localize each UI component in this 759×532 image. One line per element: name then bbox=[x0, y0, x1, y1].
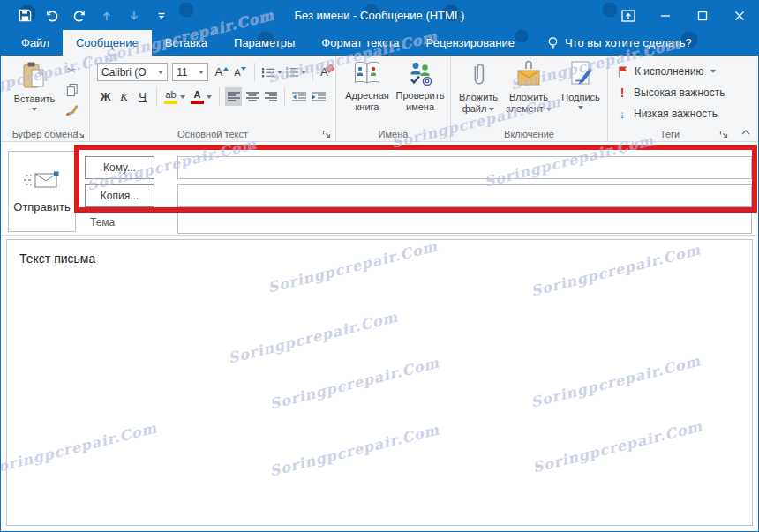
separator bbox=[254, 63, 255, 81]
subject-label: Тема bbox=[90, 216, 115, 229]
separator bbox=[219, 87, 220, 106]
low-importance-button[interactable]: ↓ Низкая важность bbox=[608, 104, 758, 124]
window-controls bbox=[610, 1, 758, 30]
undo-button[interactable] bbox=[42, 6, 62, 26]
arrow-down-icon bbox=[128, 10, 140, 22]
bullets-caret bbox=[277, 71, 282, 74]
font-size-value: 11 bbox=[177, 66, 195, 79]
numbered-list-icon bbox=[285, 66, 299, 79]
tab-format-text[interactable]: Формат текста bbox=[308, 30, 412, 56]
align-right-button[interactable] bbox=[262, 87, 279, 106]
chevron-up-icon bbox=[740, 128, 751, 136]
follow-up-label: К исполнению bbox=[635, 65, 704, 78]
to-input[interactable] bbox=[177, 156, 752, 179]
undo-icon bbox=[45, 9, 59, 23]
highlight-glyph: ab bbox=[165, 89, 176, 100]
text-highlight-button[interactable]: ab bbox=[162, 87, 187, 106]
format-painter-button[interactable] bbox=[63, 101, 80, 117]
attach-file-button[interactable]: Вложить файл bbox=[455, 60, 502, 115]
group-include: Вложить файл Вложить элемент Подпись Вкл… bbox=[451, 56, 608, 141]
attach-file-label-line1: Вложить bbox=[459, 92, 498, 103]
maximize-button[interactable] bbox=[684, 1, 721, 30]
clear-formatting-button[interactable]: A bbox=[319, 63, 335, 81]
shrink-font-arrow-icon bbox=[241, 67, 246, 71]
follow-up-button[interactable]: К исполнению bbox=[608, 62, 758, 81]
save-button[interactable] bbox=[15, 6, 34, 26]
shrink-font-glyph: A bbox=[234, 67, 240, 78]
customize-qat-button[interactable] bbox=[152, 6, 171, 26]
group-tags: К исполнению ! Высокая важность ↓ Низкая… bbox=[608, 56, 758, 141]
bullets-button[interactable] bbox=[260, 63, 283, 81]
redo-button[interactable] bbox=[70, 6, 89, 26]
indent-icon bbox=[312, 92, 326, 102]
quick-access-toolbar bbox=[1, 6, 171, 26]
clipboard-dialog-launcher[interactable] bbox=[75, 129, 85, 139]
move-down-button[interactable] bbox=[124, 6, 144, 26]
shrink-font-button[interactable]: A bbox=[232, 63, 249, 81]
subject-input[interactable] bbox=[177, 212, 752, 234]
close-button[interactable] bbox=[721, 1, 758, 30]
attach-item-label-line1: Вложить bbox=[509, 92, 548, 103]
italic-button[interactable]: К bbox=[116, 87, 132, 106]
tab-insert[interactable]: Вставка bbox=[152, 30, 221, 56]
tab-message[interactable]: Сообщение bbox=[63, 30, 152, 56]
send-button[interactable]: Отправить bbox=[8, 151, 76, 232]
cut-button[interactable]: ✂ bbox=[63, 63, 80, 79]
outlook-message-window: Без имени - Сообщение (HTML) bbox=[0, 0, 759, 532]
message-body-editor[interactable]: Текст письма bbox=[6, 239, 753, 526]
to-button[interactable]: Кому... bbox=[85, 156, 154, 179]
align-right-icon bbox=[265, 92, 277, 102]
signature-button[interactable]: Подпись bbox=[557, 60, 605, 109]
cc-input[interactable] bbox=[177, 184, 752, 207]
send-envelope-icon bbox=[24, 170, 61, 190]
basic-text-dialog-launcher[interactable] bbox=[321, 129, 331, 139]
high-importance-button[interactable]: ! Высокая важность bbox=[608, 83, 758, 102]
bold-button[interactable]: Ж bbox=[97, 87, 114, 106]
underline-button[interactable]: Ч bbox=[134, 87, 151, 106]
tab-file[interactable]: Файл bbox=[8, 30, 63, 56]
tags-group-label: Теги bbox=[608, 129, 732, 139]
tab-options[interactable]: Параметры bbox=[221, 30, 308, 56]
align-left-icon bbox=[228, 92, 240, 102]
include-group-label: Включение bbox=[451, 129, 607, 139]
tell-me-box[interactable]: Что вы хотите сделать? bbox=[547, 30, 692, 56]
attach-item-button[interactable]: Вложить элемент bbox=[502, 60, 555, 115]
check-names-label-line2: имена bbox=[406, 101, 434, 113]
attach-item-caret bbox=[546, 108, 552, 111]
send-label: Отправить bbox=[13, 200, 70, 214]
arrow-up-icon bbox=[101, 10, 113, 22]
attach-item-icon bbox=[515, 60, 543, 88]
address-book-button[interactable]: Адресная книга bbox=[341, 60, 394, 113]
cc-button[interactable]: Копия... bbox=[85, 184, 154, 207]
font-color-button[interactable]: А bbox=[189, 87, 214, 106]
tab-review[interactable]: Рецензирование bbox=[413, 30, 528, 56]
minimize-button[interactable] bbox=[647, 1, 684, 30]
check-names-label-line1: Проверить bbox=[395, 90, 444, 101]
collapse-ribbon-button[interactable] bbox=[739, 125, 753, 138]
paste-button[interactable]: Вставить bbox=[10, 61, 59, 111]
align-center-button[interactable] bbox=[244, 87, 260, 106]
grow-font-arrow-icon bbox=[223, 67, 229, 71]
paste-label: Вставить bbox=[14, 94, 56, 105]
ribbon-display-options-button[interactable] bbox=[610, 1, 647, 30]
move-up-button[interactable] bbox=[97, 6, 116, 26]
check-names-icon bbox=[406, 60, 434, 86]
font-size-combobox[interactable]: 11 bbox=[172, 63, 208, 81]
window-header: Без имени - Сообщение (HTML) bbox=[1, 1, 758, 56]
copy-icon bbox=[65, 83, 79, 97]
tags-dialog-launcher[interactable] bbox=[718, 129, 728, 139]
grow-font-button[interactable]: A bbox=[214, 63, 230, 81]
close-icon bbox=[734, 11, 745, 21]
font-name-combobox[interactable]: Calibri (О bbox=[97, 63, 168, 81]
attach-item-label-line2: элемент bbox=[506, 103, 544, 115]
increase-indent-button[interactable] bbox=[310, 87, 327, 106]
minimize-icon bbox=[660, 11, 671, 21]
font-color-glyph: А bbox=[194, 89, 201, 100]
address-book-label-line1: Адресная bbox=[345, 90, 389, 101]
check-names-button[interactable]: Проверить имена bbox=[393, 60, 447, 113]
clipboard-paste-icon bbox=[20, 61, 49, 91]
decrease-indent-button[interactable] bbox=[290, 87, 308, 106]
align-left-button[interactable] bbox=[225, 87, 242, 106]
copy-button[interactable] bbox=[63, 82, 80, 98]
numbering-button[interactable] bbox=[284, 63, 307, 81]
